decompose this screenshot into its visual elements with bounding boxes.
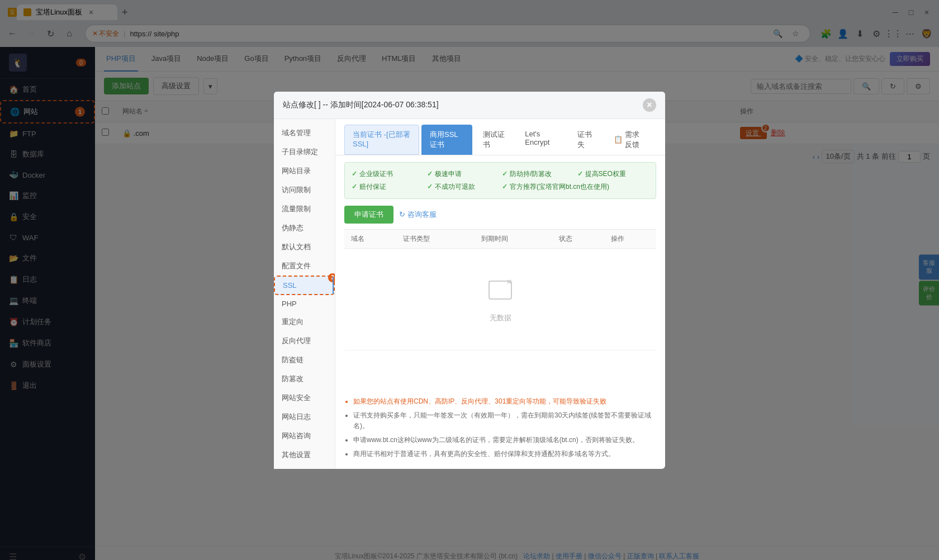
modal-sidebar-item-anti-tamper[interactable]: 防篡改 — [274, 369, 335, 388]
modal-tab-letsencrypt[interactable]: Let's Encrypt — [516, 125, 566, 155]
no-data: 无数据 — [351, 253, 649, 345]
col-cert-expiry: 到期时间 — [475, 229, 553, 248]
ssl-note-2: 证书支持购买多年，只能一年签发一次（有效期一年），需在到期前30天内续签(续签暂… — [353, 410, 656, 431]
modal-body: 域名管理 子目录绑定 网站目录 访问限制 流量限制 伪静态 默认 — [274, 119, 665, 469]
modal-tab-expired[interactable]: 证书失 — [569, 125, 603, 155]
ssl-notes-list: 如果您的站点有使用CDN、高防IP、反向代理、301重定向等功能，可能导致验证失… — [344, 396, 656, 460]
ssl-badge: 3 — [328, 273, 335, 282]
col-cert-status: 状态 — [552, 229, 604, 248]
modal-sidebar-item-site-security[interactable]: 网站安全 — [274, 388, 335, 407]
modal-sidebar-item-redirect[interactable]: 重定向 — [274, 312, 335, 331]
modal-tab-feedback[interactable]: 📋 需求反馈 — [605, 125, 654, 155]
ssl-feature-fast: 极速申请 — [427, 169, 499, 179]
modal-sidebar-item-ssl[interactable]: SSL 3 — [274, 276, 335, 295]
modal-tab-current[interactable]: 当前证书 -[已部署SSL] — [344, 125, 419, 155]
ssl-feature-anti-hijack: 防劫持/防篡改 — [502, 169, 574, 179]
modal-sidebar-item-subdir[interactable]: 子目录绑定 — [274, 143, 335, 162]
col-cert-ops: 操作 — [604, 229, 656, 248]
ssl-note-3: 申请www.bt.cn这种以www为二级域名的证书，需要定并解析顶级域名(bt.… — [353, 435, 656, 445]
ssl-feature-seo: 提高SEO权重 — [577, 169, 649, 179]
feedback-icon: 📋 — [614, 135, 623, 144]
modal-tab-commercial[interactable]: 商用SSL证书 — [421, 125, 472, 155]
modal-content-area: 当前证书 -[已部署SSL] 商用SSL证书 测试证书 Let's Encryp… — [335, 119, 665, 469]
ssl-note-4: 商用证书相对于普通证书，具有更高的安全性、赔付保障和支持通配符和多域名等方式。 — [353, 449, 656, 459]
modal-sidebar-item-site-consult[interactable]: 网站咨询 — [274, 426, 335, 445]
ssl-actions: 申请证书 ↻ 咨询客服 — [335, 206, 665, 229]
modal-title: 站点修改[ ] -- 添加时间[2024-06-07 06:38:51] — [283, 100, 439, 110]
col-cert-type: 证书类型 — [396, 229, 475, 248]
ssl-notes: 如果您的站点有使用CDN、高防IP、反向代理、301重定向等功能，可能导致验证失… — [335, 391, 665, 469]
cert-table: 域名 证书类型 到期时间 状态 操作 — [344, 229, 656, 350]
customer-service-btn[interactable]: ↻ 咨询客服 — [399, 210, 437, 220]
no-data-text: 无数据 — [373, 313, 627, 323]
ssl-features-banner: 企业级证书 极速申请 防劫持/防篡改 提高SEO权重 赔付保证 — [344, 162, 656, 199]
modal-sidebar-item-traffic[interactable]: 流量限制 — [274, 200, 335, 219]
modal-sidebar-item-config[interactable]: 配置文件 — [274, 257, 335, 276]
ssl-feature-refund: 不成功可退款 — [427, 182, 499, 192]
modal-sidebar-item-hotlink[interactable]: 防盗链 — [274, 350, 335, 369]
ssl-feature-enterprise: 企业级证书 — [352, 169, 424, 179]
col-cert-domain: 域名 — [344, 229, 396, 248]
modal-tab-test[interactable]: 测试证书 — [475, 125, 514, 155]
cert-table-header: 域名 证书类型 到期时间 状态 操作 — [344, 229, 656, 248]
apply-cert-btn[interactable]: 申请证书 — [344, 206, 393, 224]
cert-table-empty-row: 无数据 — [344, 248, 656, 350]
modal-sidebar-item-access[interactable]: 访问限制 — [274, 181, 335, 200]
modal-sidebar-item-reverse-proxy[interactable]: 反向代理 — [274, 331, 335, 350]
cert-table-wrapper: 域名 证书类型 到期时间 状态 操作 — [344, 229, 656, 391]
modal-sidebar-item-php[interactable]: PHP — [274, 295, 335, 312]
refresh-icon: ↻ — [399, 210, 405, 219]
ssl-feature-indemnity: 赔付保证 — [352, 182, 424, 192]
modal-sidebar-item-other-settings[interactable]: 其他设置 — [274, 445, 335, 464]
modal-sidebar-item-site-log[interactable]: 网站日志 — [274, 407, 335, 426]
no-data-icon — [373, 276, 627, 309]
ssl-feature-official: 官方推荐(宝塔官网bt.cn也在使用) — [502, 182, 649, 192]
ssl-note-1: 如果您的站点有使用CDN、高防IP、反向代理、301重定向等功能，可能导致验证失… — [353, 396, 656, 407]
modal-sidebar: 域名管理 子目录绑定 网站目录 访问限制 流量限制 伪静态 默认 — [274, 119, 335, 469]
modal-sidebar-item-rewrite[interactable]: 伪静态 — [274, 219, 335, 238]
svg-rect-0 — [489, 281, 511, 299]
modal-sidebar-item-default-doc[interactable]: 默认文档 — [274, 238, 335, 257]
modal-tabs: 当前证书 -[已部署SSL] 商用SSL证书 测试证书 Let's Encryp… — [335, 119, 665, 155]
modal-close-btn[interactable]: × — [643, 98, 656, 112]
modal-overlay: 站点修改[ ] -- 添加时间[2024-06-07 06:38:51] × 域… — [0, 0, 939, 560]
modal-header: 站点修改[ ] -- 添加时间[2024-06-07 06:38:51] × — [274, 92, 665, 119]
modal: 站点修改[ ] -- 添加时间[2024-06-07 06:38:51] × 域… — [274, 92, 665, 469]
modal-sidebar-item-webdir[interactable]: 网站目录 — [274, 162, 335, 181]
modal-sidebar-item-domain[interactable]: 域名管理 — [274, 124, 335, 143]
